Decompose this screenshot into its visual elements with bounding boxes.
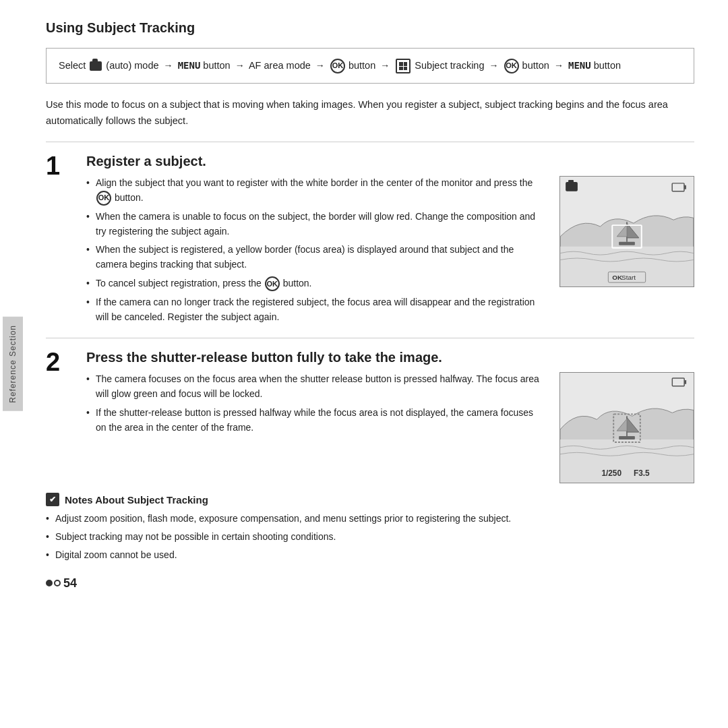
svg-text:1/250: 1/250 [601,469,621,479]
notes-list: Adjust zoom position, flash mode, exposu… [46,512,694,562]
ok-button-icon-2: OK [504,59,519,73]
sidebar: Reference Section [0,0,26,728]
step-2-number: 2 [46,349,73,375]
step-1-heading: Register a subject. [86,153,694,169]
bullet-1-4: To cancel subject registration, press th… [86,276,546,291]
svg-text:Start: Start [621,274,636,281]
svg-rect-6 [619,242,635,245]
step-2-section: 2 Press the shutter-release button fully… [46,349,694,483]
bullet-1-3: When the subject is registered, a yellow… [86,243,546,272]
step-2-heading: Press the shutter-release button fully t… [86,349,694,365]
step-1-text: Align the subject that you want to regis… [86,176,546,328]
step-1-section: 1 Register a subject. Align the subject … [46,153,694,328]
ok-inline-2: OK [265,276,280,291]
notes-icon: ✔ [46,493,59,506]
ok-inline-1: OK [96,191,111,206]
ok-button-icon: OK [330,59,345,73]
info-box: Select (auto) mode → MENU button → AF ar… [46,48,694,84]
menu-button-label-2: MENU [568,60,591,71]
divider-2 [46,338,694,338]
step-2-text: The camera focuses on the focus area whe… [86,372,546,483]
menu-button-label: MENU [178,60,201,71]
svg-text:F3.5: F3.5 [634,469,650,479]
step-1-content: Register a subject. Align the subject th… [86,153,694,328]
step-1-body: Align the subject that you want to regis… [86,176,694,328]
info-text: Select (auto) mode → MENU button → AF ar… [59,60,621,71]
page-footer: 54 [46,576,694,590]
bullet-2-1: The camera focuses on the focus area whe… [86,372,546,401]
bullet-1-1: Align the subject that you want to regis… [86,176,546,206]
svg-rect-18 [684,380,686,384]
svg-rect-13 [568,180,574,183]
note-item-3: Digital zoom cannot be used. [46,548,694,563]
step-1-camera-screen: OK Start [559,176,694,287]
step-2-bullets: The camera focuses on the focus area whe… [86,372,546,435]
step-1-illustration: OK Start [560,177,694,286]
bullet-1-5: If the camera can no longer track the re… [86,295,546,324]
subject-tracking-icon [396,59,411,73]
notes-section: ✔ Notes About Subject Tracking Adjust zo… [46,493,694,562]
step-1-bullets: Align the subject that you want to regis… [86,176,546,324]
camera-icon [90,61,102,71]
notes-title-text: Notes About Subject Tracking [65,494,208,506]
dot-outline-icon [54,580,61,586]
note-item-1: Adjust zoom position, flash mode, exposu… [46,512,694,526]
svg-rect-15 [684,185,686,189]
bullet-1-2: When the camera is unable to focus on th… [86,210,546,239]
main-content: Using Subject Tracking Select (auto) mod… [26,0,728,728]
notes-title: ✔ Notes About Subject Tracking [46,493,694,506]
divider-1 [46,142,694,142]
svg-rect-20 [619,436,635,439]
dot-filled-icon [46,580,53,586]
bullet-2-2: If the shutter-release button is pressed… [86,406,546,435]
footer-page-number: 54 [63,576,77,590]
step-1-number: 1 [46,153,73,179]
sidebar-label: Reference Section [3,317,23,411]
step-2-illustration: 1/250 F3.5 [560,373,694,483]
page-title: Using Subject Tracking [46,20,694,36]
step-2-camera-screen: 1/250 F3.5 [559,372,694,483]
note-item-2: Subject tracking may not be possible in … [46,530,694,545]
description-text: Use this mode to focus on a subject that… [46,97,694,129]
step-2-body: The camera focuses on the focus area whe… [86,372,694,483]
svg-rect-12 [566,182,578,191]
page-container: Reference Section Using Subject Tracking… [0,0,728,728]
footer-icon [46,580,61,586]
step-2-content: Press the shutter-release button fully t… [86,349,694,483]
